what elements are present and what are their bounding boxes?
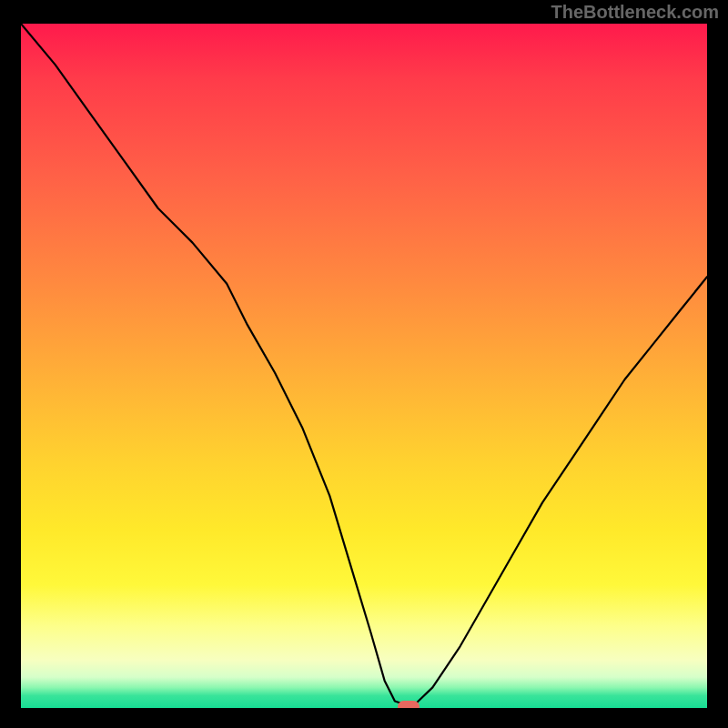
plot-area <box>21 24 707 708</box>
bottleneck-curve <box>21 24 707 708</box>
chart-frame: TheBottleneck.com <box>0 0 728 728</box>
watermark-text: TheBottleneck.com <box>551 2 719 23</box>
valley-marker <box>398 701 420 708</box>
